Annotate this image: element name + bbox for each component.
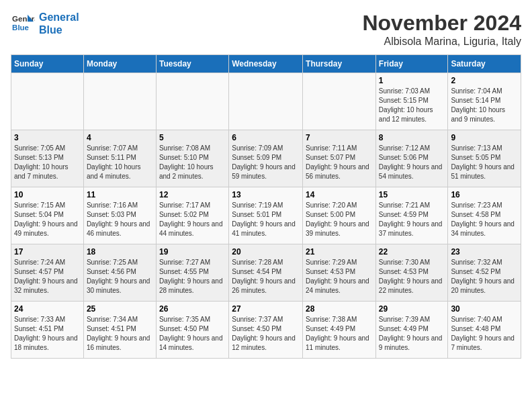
day-info: Sunrise: 7:32 AM Sunset: 4:52 PM Dayligh… xyxy=(451,258,518,295)
day-number: 18 xyxy=(87,247,153,257)
calendar-cell: 18Sunrise: 7:25 AM Sunset: 4:56 PM Dayli… xyxy=(83,244,156,302)
day-info: Sunrise: 7:28 AM Sunset: 4:54 PM Dayligh… xyxy=(232,258,300,295)
day-number: 15 xyxy=(379,190,445,199)
day-info: Sunrise: 7:39 AM Sunset: 4:49 PM Dayligh… xyxy=(379,315,445,353)
day-info: Sunrise: 7:30 AM Sunset: 4:53 PM Dayligh… xyxy=(379,258,445,295)
weekday-header: Wednesday xyxy=(229,55,303,73)
day-number: 21 xyxy=(306,247,373,257)
day-number: 8 xyxy=(379,133,445,142)
day-number: 22 xyxy=(379,247,445,257)
svg-text:Blue: Blue xyxy=(12,24,29,32)
day-info: Sunrise: 7:05 AM Sunset: 5:13 PM Dayligh… xyxy=(14,144,81,181)
weekday-header-row: SundayMondayTuesdayWednesdayThursdayFrid… xyxy=(11,55,521,73)
calendar-cell: 9Sunrise: 7:13 AM Sunset: 5:05 PM Daylig… xyxy=(448,130,521,187)
calendar-cell xyxy=(11,73,84,130)
day-info: Sunrise: 7:13 AM Sunset: 5:05 PM Dayligh… xyxy=(451,144,518,181)
day-info: Sunrise: 7:17 AM Sunset: 5:02 PM Dayligh… xyxy=(159,201,226,238)
calendar-cell xyxy=(229,73,303,130)
calendar-cell: 7Sunrise: 7:11 AM Sunset: 5:07 PM Daylig… xyxy=(303,130,376,187)
day-number: 24 xyxy=(14,304,81,314)
logo-text: GeneralBlue xyxy=(39,11,79,36)
calendar-cell: 19Sunrise: 7:27 AM Sunset: 4:55 PM Dayli… xyxy=(156,244,228,302)
day-info: Sunrise: 7:35 AM Sunset: 4:50 PM Dayligh… xyxy=(159,315,226,353)
title-area: November 2024 Albisola Marina, Liguria, … xyxy=(362,11,521,48)
header: General Blue GeneralBlue November 2024 A… xyxy=(11,11,521,48)
calendar-cell: 13Sunrise: 7:19 AM Sunset: 5:01 PM Dayli… xyxy=(229,187,303,244)
day-info: Sunrise: 7:33 AM Sunset: 4:51 PM Dayligh… xyxy=(14,315,81,353)
day-info: Sunrise: 7:40 AM Sunset: 4:48 PM Dayligh… xyxy=(451,315,518,353)
day-number: 26 xyxy=(159,304,226,314)
day-number: 12 xyxy=(159,190,226,199)
calendar-cell: 21Sunrise: 7:29 AM Sunset: 4:53 PM Dayli… xyxy=(303,244,376,302)
logo-icon: General Blue xyxy=(11,13,35,34)
day-number: 5 xyxy=(159,133,226,142)
day-info: Sunrise: 7:11 AM Sunset: 5:07 PM Dayligh… xyxy=(306,144,373,181)
day-info: Sunrise: 7:19 AM Sunset: 5:01 PM Dayligh… xyxy=(232,201,300,238)
day-info: Sunrise: 7:29 AM Sunset: 4:53 PM Dayligh… xyxy=(306,258,373,295)
calendar-cell: 5Sunrise: 7:08 AM Sunset: 5:10 PM Daylig… xyxy=(156,130,228,187)
day-number: 27 xyxy=(232,304,300,314)
day-number: 13 xyxy=(232,190,300,199)
calendar-cell: 24Sunrise: 7:33 AM Sunset: 4:51 PM Dayli… xyxy=(11,302,84,359)
day-info: Sunrise: 7:21 AM Sunset: 4:59 PM Dayligh… xyxy=(379,201,445,238)
calendar-cell: 6Sunrise: 7:09 AM Sunset: 5:09 PM Daylig… xyxy=(229,130,303,187)
calendar-table: SundayMondayTuesdayWednesdayThursdayFrid… xyxy=(11,54,521,359)
day-number: 17 xyxy=(14,247,81,257)
calendar-week-row: 10Sunrise: 7:15 AM Sunset: 5:04 PM Dayli… xyxy=(11,187,521,244)
day-info: Sunrise: 7:37 AM Sunset: 4:50 PM Dayligh… xyxy=(232,315,300,353)
calendar-cell: 30Sunrise: 7:40 AM Sunset: 4:48 PM Dayli… xyxy=(448,302,521,359)
day-info: Sunrise: 7:16 AM Sunset: 5:03 PM Dayligh… xyxy=(87,201,153,238)
day-number: 11 xyxy=(87,190,153,199)
day-number: 20 xyxy=(232,247,300,257)
day-number: 28 xyxy=(306,304,373,314)
day-number: 30 xyxy=(451,304,518,314)
day-number: 16 xyxy=(451,190,518,199)
calendar-cell: 1Sunrise: 7:03 AM Sunset: 5:15 PM Daylig… xyxy=(375,73,448,130)
day-number: 14 xyxy=(306,190,373,199)
calendar-week-row: 3Sunrise: 7:05 AM Sunset: 5:13 PM Daylig… xyxy=(11,130,521,187)
calendar-week-row: 1Sunrise: 7:03 AM Sunset: 5:15 PM Daylig… xyxy=(11,73,521,130)
calendar-cell: 16Sunrise: 7:23 AM Sunset: 4:58 PM Dayli… xyxy=(448,187,521,244)
day-info: Sunrise: 7:07 AM Sunset: 5:11 PM Dayligh… xyxy=(87,144,153,181)
svg-text:General: General xyxy=(12,15,35,24)
calendar-cell: 4Sunrise: 7:07 AM Sunset: 5:11 PM Daylig… xyxy=(83,130,156,187)
calendar-cell: 14Sunrise: 7:20 AM Sunset: 5:00 PM Dayli… xyxy=(303,187,376,244)
day-info: Sunrise: 7:25 AM Sunset: 4:56 PM Dayligh… xyxy=(87,258,153,295)
day-number: 9 xyxy=(451,133,518,142)
calendar-cell xyxy=(156,73,228,130)
calendar-week-row: 24Sunrise: 7:33 AM Sunset: 4:51 PM Dayli… xyxy=(11,302,521,359)
calendar-cell: 8Sunrise: 7:12 AM Sunset: 5:06 PM Daylig… xyxy=(375,130,448,187)
calendar-cell xyxy=(303,73,376,130)
weekday-header: Saturday xyxy=(448,55,521,73)
day-number: 10 xyxy=(14,190,81,199)
logo: General Blue GeneralBlue xyxy=(11,11,79,36)
calendar-cell: 17Sunrise: 7:24 AM Sunset: 4:57 PM Dayli… xyxy=(11,244,84,302)
calendar-cell: 2Sunrise: 7:04 AM Sunset: 5:14 PM Daylig… xyxy=(448,73,521,130)
day-number: 19 xyxy=(159,247,226,257)
day-number: 7 xyxy=(306,133,373,142)
day-number: 1 xyxy=(379,76,445,85)
calendar-cell: 12Sunrise: 7:17 AM Sunset: 5:02 PM Dayli… xyxy=(156,187,228,244)
calendar-cell: 23Sunrise: 7:32 AM Sunset: 4:52 PM Dayli… xyxy=(448,244,521,302)
weekday-header: Thursday xyxy=(303,55,376,73)
calendar-cell xyxy=(83,73,156,130)
day-info: Sunrise: 7:27 AM Sunset: 4:55 PM Dayligh… xyxy=(159,258,226,295)
calendar-cell: 3Sunrise: 7:05 AM Sunset: 5:13 PM Daylig… xyxy=(11,130,84,187)
day-info: Sunrise: 7:24 AM Sunset: 4:57 PM Dayligh… xyxy=(14,258,81,295)
day-number: 25 xyxy=(87,304,153,314)
day-number: 2 xyxy=(451,76,518,85)
calendar-cell: 20Sunrise: 7:28 AM Sunset: 4:54 PM Dayli… xyxy=(229,244,303,302)
day-info: Sunrise: 7:04 AM Sunset: 5:14 PM Dayligh… xyxy=(451,87,518,124)
day-info: Sunrise: 7:03 AM Sunset: 5:15 PM Dayligh… xyxy=(379,87,445,124)
day-info: Sunrise: 7:38 AM Sunset: 4:49 PM Dayligh… xyxy=(306,315,373,353)
weekday-header: Monday xyxy=(83,55,156,73)
day-number: 29 xyxy=(379,304,445,314)
month-title: November 2024 xyxy=(362,11,521,36)
day-info: Sunrise: 7:15 AM Sunset: 5:04 PM Dayligh… xyxy=(14,201,81,238)
day-number: 23 xyxy=(451,247,518,257)
day-info: Sunrise: 7:20 AM Sunset: 5:00 PM Dayligh… xyxy=(306,201,373,238)
calendar-week-row: 17Sunrise: 7:24 AM Sunset: 4:57 PM Dayli… xyxy=(11,244,521,302)
location-title: Albisola Marina, Liguria, Italy xyxy=(362,36,521,48)
calendar-cell: 26Sunrise: 7:35 AM Sunset: 4:50 PM Dayli… xyxy=(156,302,228,359)
day-info: Sunrise: 7:23 AM Sunset: 4:58 PM Dayligh… xyxy=(451,201,518,238)
